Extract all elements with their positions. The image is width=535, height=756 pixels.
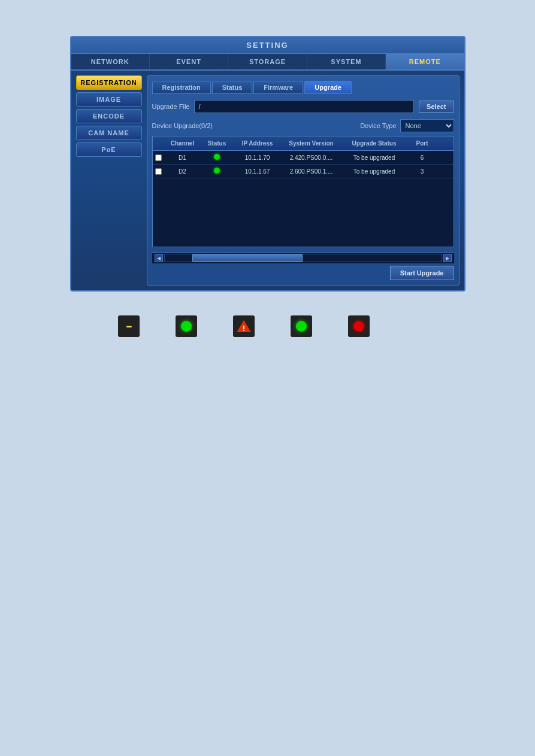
legend-area: -- ! xyxy=(70,315,466,337)
legend-dash-box: -- xyxy=(118,315,140,337)
warning-triangle-icon: ! xyxy=(236,318,252,334)
sidebar-btn-encode[interactable]: ENCODE xyxy=(76,109,142,123)
header-ip: IP Address xyxy=(234,139,282,148)
cell-channel-d2: D2 xyxy=(165,167,201,176)
scrollbar-area: ◀ ▶ xyxy=(152,252,454,263)
sidebar-btn-camname[interactable]: CAM NAME xyxy=(76,126,142,140)
row-checkbox-d1[interactable] xyxy=(153,153,165,162)
device-type-row: Device Type None xyxy=(360,119,454,132)
sub-tab-status[interactable]: Status xyxy=(212,81,253,94)
start-upgrade-button[interactable]: Start Upgrade xyxy=(390,266,454,280)
tab-remote[interactable]: REMOTE xyxy=(386,54,464,69)
row-checkbox-d2[interactable] xyxy=(153,167,165,176)
table-row: D1 10.1.1.70 2.420.PS00.0.... To be upgr… xyxy=(153,151,454,165)
cell-sysver-d2: 2.600.PS00.1.... xyxy=(282,167,341,176)
app-title: SETTING xyxy=(246,41,288,50)
legend-green-box xyxy=(176,315,197,337)
header-status: Status xyxy=(201,139,234,148)
scroll-right-arrow[interactable]: ▶ xyxy=(443,254,452,262)
header-channel: Channel xyxy=(165,139,201,148)
checkbox-d1[interactable] xyxy=(155,154,162,161)
cell-upgstatus-d1: To be upgraded xyxy=(341,153,407,162)
upgrade-file-input[interactable] xyxy=(194,100,414,113)
upgrade-file-row: Upgrade File Select xyxy=(152,100,454,113)
sidebar: REGISTRATION IMAGE ENCODE CAM NAME PoE xyxy=(76,75,142,286)
cell-status-d1 xyxy=(201,153,234,162)
content-area: REGISTRATION IMAGE ENCODE CAM NAME PoE R… xyxy=(71,71,464,290)
device-row: Device Upgrade(0/2) Device Type None xyxy=(152,119,454,132)
cell-upgstatus-d2: To be upgraded xyxy=(341,167,407,176)
tab-network[interactable]: NETWORK xyxy=(71,54,150,69)
status-dot-d2 xyxy=(214,168,220,174)
scroll-left-arrow[interactable]: ◀ xyxy=(155,254,163,262)
checkbox-d2[interactable] xyxy=(155,168,162,175)
sidebar-btn-poe[interactable]: PoE xyxy=(76,142,142,157)
device-upgrade-label: Device Upgrade(0/2) xyxy=(152,122,213,129)
legend-red-box xyxy=(348,315,370,337)
sub-tab-registration[interactable]: Registration xyxy=(152,81,211,94)
cell-status-d2 xyxy=(201,166,234,176)
sub-tab-upgrade[interactable]: Upgrade xyxy=(304,81,352,94)
legend-warning-box: ! xyxy=(233,315,255,337)
legend-green2-box xyxy=(291,315,312,337)
nav-tabs: NETWORK EVENT STORAGE SYSTEM REMOTE xyxy=(71,54,464,71)
sidebar-btn-image[interactable]: IMAGE xyxy=(76,92,142,107)
header-port: Port xyxy=(407,139,437,148)
cell-ip-d1: 10.1.1.70 xyxy=(234,153,282,162)
legend-green-dot-icon xyxy=(181,321,192,332)
legend-item-warning: ! xyxy=(233,315,255,337)
cell-sysver-d1: 2.420.PS00.0.... xyxy=(282,153,341,162)
legend-item-green2 xyxy=(291,315,312,337)
legend-item-red xyxy=(348,315,370,337)
header-sysver: System Version xyxy=(282,139,341,148)
device-type-label: Device Type xyxy=(360,122,396,129)
bottom-row: Start Upgrade xyxy=(152,266,454,280)
table-body: D1 10.1.1.70 2.420.PS00.0.... To be upgr… xyxy=(153,151,454,247)
main-panel: SETTING NETWORK EVENT STORAGE SYSTEM REM… xyxy=(70,36,466,292)
cell-ip-d2: 10.1.1.67 xyxy=(234,167,282,176)
legend-red-dot-icon xyxy=(353,321,364,332)
device-table: Channel Status IP Address System Version… xyxy=(152,136,454,247)
title-bar: SETTING xyxy=(71,37,464,54)
header-upgstatus: Upgrade Status xyxy=(341,139,407,148)
main-content: Registration Status Firmware Upgrade Upg… xyxy=(147,75,460,286)
legend-dash-icon: -- xyxy=(126,320,131,333)
legend-item-green xyxy=(176,315,197,337)
legend-green-dot2-icon xyxy=(296,321,307,332)
cell-port-d1: 6 xyxy=(407,153,437,162)
status-dot-d1 xyxy=(214,154,220,160)
scrollbar-track[interactable] xyxy=(164,254,442,262)
tab-storage[interactable]: STORAGE xyxy=(228,54,307,69)
sub-tabs: Registration Status Firmware Upgrade xyxy=(152,81,454,94)
scrollbar-thumb[interactable] xyxy=(192,254,303,262)
select-button[interactable]: Select xyxy=(419,101,454,113)
tab-event[interactable]: EVENT xyxy=(150,54,228,69)
table-row: D2 10.1.1.67 2.600.PS00.1.... To be upgr… xyxy=(153,165,454,178)
upgrade-file-label: Upgrade File xyxy=(152,103,190,110)
cell-port-d2: 3 xyxy=(407,167,437,176)
sub-tab-firmware[interactable]: Firmware xyxy=(253,81,303,94)
sidebar-btn-registration[interactable]: REGISTRATION xyxy=(76,75,142,90)
legend-item-dash: -- xyxy=(118,315,140,337)
header-checkbox xyxy=(153,139,165,148)
tab-system[interactable]: SYSTEM xyxy=(307,54,386,69)
table-header: Channel Status IP Address System Version… xyxy=(153,136,454,151)
cell-channel-d1: D1 xyxy=(165,153,201,162)
svg-text:!: ! xyxy=(242,324,244,333)
device-type-select[interactable]: None xyxy=(400,119,454,132)
